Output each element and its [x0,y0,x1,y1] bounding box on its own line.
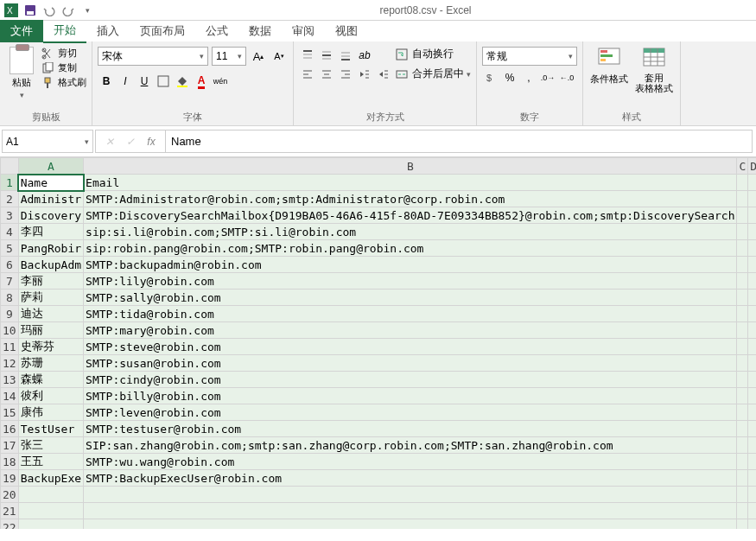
cell-A22[interactable] [18,519,83,530]
cell-D1[interactable] [748,175,756,191]
redo-icon[interactable] [60,3,76,18]
cell-D13[interactable] [748,372,756,388]
cell-B12[interactable]: SMTP:susan@robin.com [84,355,737,372]
cell-A13[interactable]: 森蝶 [18,372,83,388]
cell-C8[interactable] [737,290,748,306]
row-header-10[interactable]: 10 [1,322,19,339]
cell-C16[interactable] [737,421,748,437]
font-color-button[interactable]: A [193,73,210,90]
row-header-11[interactable]: 11 [1,339,19,355]
font-name-select[interactable]: 宋体▾ [98,47,208,66]
number-format-select[interactable]: 常规▾ [482,47,577,66]
cell-A2[interactable]: Administr [18,191,83,207]
cell-C9[interactable] [737,306,748,322]
cell-C22[interactable] [737,519,748,530]
cell-B21[interactable] [84,503,737,519]
row-header-4[interactable]: 4 [1,224,19,240]
cell-A18[interactable]: 王五 [18,454,83,470]
fx-icon[interactable]: fx [141,130,162,152]
font-size-select[interactable]: 11▾ [212,47,246,66]
cell-D8[interactable] [748,290,756,306]
cell-D15[interactable] [748,404,756,421]
cell-B22[interactable] [84,519,737,530]
row-header-18[interactable]: 18 [1,454,19,470]
cell-B1[interactable]: Email [84,175,737,191]
cell-D17[interactable] [748,437,756,454]
cell-C4[interactable] [737,224,748,240]
border-button[interactable] [155,73,172,90]
cell-C5[interactable] [737,240,748,257]
orientation-button[interactable]: ab [356,47,373,64]
cell-C12[interactable] [737,355,748,372]
tab-layout[interactable]: 页面布局 [130,20,195,42]
merge-center-button[interactable]: 合并后居中▾ [396,67,471,81]
cell-D18[interactable] [748,454,756,470]
cell-B13[interactable]: SMTP:cindy@robin.com [84,372,737,388]
cell-D5[interactable] [748,240,756,257]
accounting-button[interactable]: $ [482,69,499,86]
formula-input[interactable]: Name [166,130,753,153]
cell-B2[interactable]: SMTP:Administrator@robin.com;smtp:Admini… [84,191,737,207]
underline-button[interactable]: U [136,73,153,90]
cell-B8[interactable]: SMTP:sally@robin.com [84,290,737,306]
italic-button[interactable]: I [117,73,134,90]
cell-B11[interactable]: SMTP:steve@robin.com [84,339,737,355]
cell-B17[interactable]: SIP:san.zhang@robin.com;smtp:san.zhang@c… [84,437,737,454]
name-box[interactable]: A1▾ [2,130,93,153]
cell-C19[interactable] [737,470,748,487]
cell-A21[interactable] [18,503,83,519]
cell-A3[interactable]: Discovery [18,207,83,224]
row-header-19[interactable]: 19 [1,470,19,487]
cell-D10[interactable] [748,322,756,339]
cell-B20[interactable] [84,487,737,503]
cell-C6[interactable] [737,257,748,273]
cell-A15[interactable]: 康伟 [18,404,83,421]
row-header-8[interactable]: 8 [1,290,19,306]
row-header-15[interactable]: 15 [1,404,19,421]
tab-file[interactable]: 文件 [0,20,43,42]
cell-C1[interactable] [737,175,748,191]
decrease-decimal-button[interactable]: ←.0 [558,69,575,86]
wrap-text-button[interactable]: 自动换行 [396,47,471,61]
cell-D3[interactable] [748,207,756,224]
qat-more-icon[interactable]: ▾ [79,3,95,18]
cell-D7[interactable] [748,273,756,290]
cell-A11[interactable]: 史蒂芬 [18,339,83,355]
spreadsheet-grid[interactable]: ABCDEFGHIJKL1NameEmail2AdministrSMTP:Adm… [0,157,756,529]
cell-B15[interactable]: SMTP:leven@robin.com [84,404,737,421]
row-header-13[interactable]: 13 [1,372,19,388]
align-left-button[interactable] [299,66,316,83]
row-header-22[interactable]: 22 [1,519,19,530]
row-header-2[interactable]: 2 [1,191,19,207]
undo-icon[interactable] [41,3,57,18]
comma-button[interactable]: , [520,69,537,86]
cell-D19[interactable] [748,470,756,487]
cell-C10[interactable] [737,322,748,339]
cell-D6[interactable] [748,257,756,273]
cell-D21[interactable] [748,503,756,519]
cell-D12[interactable] [748,355,756,372]
select-all-corner[interactable] [1,158,19,175]
cell-A19[interactable]: BackupExe [18,470,83,487]
col-header-C[interactable]: C [737,158,748,175]
cell-A7[interactable]: 李丽 [18,273,83,290]
save-icon[interactable] [22,3,38,18]
row-header-7[interactable]: 7 [1,273,19,290]
cell-C21[interactable] [737,503,748,519]
cell-C7[interactable] [737,273,748,290]
accept-icon[interactable]: ✓ [120,130,141,152]
cell-D2[interactable] [748,191,756,207]
cell-A17[interactable]: 张三 [18,437,83,454]
cell-C17[interactable] [737,437,748,454]
col-header-A[interactable]: A [18,158,83,175]
cell-C2[interactable] [737,191,748,207]
cell-C13[interactable] [737,372,748,388]
indent-increase-button[interactable] [375,66,392,83]
row-header-16[interactable]: 16 [1,421,19,437]
fill-color-button[interactable] [174,73,191,90]
cell-C3[interactable] [737,207,748,224]
cell-A6[interactable]: BackupAdm [18,257,83,273]
format-as-table-button[interactable]: 套用 表格格式 [633,47,675,93]
row-header-21[interactable]: 21 [1,503,19,519]
cell-A8[interactable]: 萨莉 [18,290,83,306]
